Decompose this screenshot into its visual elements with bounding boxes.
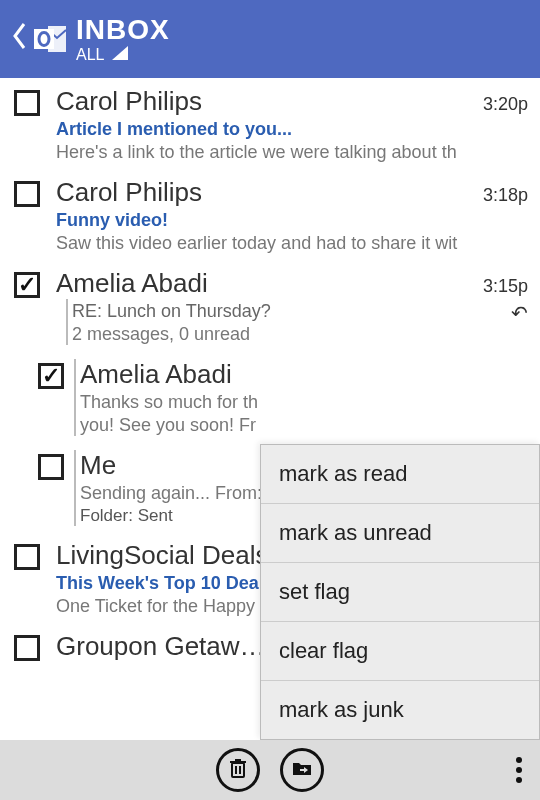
- sender-label: Amelia Abadi: [56, 268, 208, 299]
- filter-label[interactable]: ALL: [76, 46, 104, 64]
- menu-clear-flag[interactable]: clear flag: [261, 622, 539, 681]
- time-label: 3:15p: [483, 276, 528, 297]
- reply-icon: ↶: [511, 301, 528, 345]
- subject-label: RE: Lunch on Thursday?: [72, 301, 511, 322]
- message-row[interactable]: Carol Philips 3:20p Article I mentioned …: [0, 78, 540, 169]
- back-icon[interactable]: [8, 22, 30, 57]
- move-button[interactable]: [280, 748, 324, 792]
- sender-label: Carol Philips: [56, 177, 202, 208]
- overflow-menu-button[interactable]: [516, 757, 522, 783]
- menu-mark-as-unread[interactable]: mark as unread: [261, 504, 539, 563]
- svg-rect-4: [232, 763, 244, 777]
- preview-label: you! See you soon! Fr: [80, 415, 528, 436]
- sender-label: Me: [80, 450, 116, 481]
- menu-set-flag[interactable]: set flag: [261, 563, 539, 622]
- checkbox[interactable]: [14, 90, 40, 116]
- time-label: 3:18p: [483, 185, 528, 206]
- subject-label: Article I mentioned to you...: [56, 119, 528, 140]
- menu-mark-as-read[interactable]: mark as read: [261, 445, 539, 504]
- checkbox[interactable]: [14, 635, 40, 661]
- inbox-title: INBOX: [76, 15, 170, 46]
- preview-label: Saw this video earlier today and had to …: [56, 233, 528, 254]
- checkbox[interactable]: [38, 363, 64, 389]
- folder-move-icon: [291, 759, 313, 781]
- sender-label: LivingSocial Deals: [56, 540, 268, 571]
- checkbox[interactable]: [14, 181, 40, 207]
- sender-label: Amelia Abadi: [80, 359, 232, 390]
- svg-marker-3: [112, 46, 128, 60]
- app-header: INBOX ALL: [0, 0, 540, 78]
- sender-label: Carol Philips: [56, 86, 202, 117]
- menu-mark-as-junk[interactable]: mark as junk: [261, 681, 539, 739]
- subject-label: Funny video!: [56, 210, 528, 231]
- outlook-logo-icon: [32, 20, 70, 58]
- header-text: INBOX ALL: [76, 15, 170, 63]
- preview-label: Here's a link to the article we were tal…: [56, 142, 528, 163]
- context-menu: mark as read mark as unread set flag cle…: [260, 444, 540, 740]
- message-row[interactable]: Carol Philips 3:18p Funny video! Saw thi…: [0, 169, 540, 260]
- checkbox[interactable]: [14, 544, 40, 570]
- signal-icon: [112, 46, 128, 64]
- time-label: 3:20p: [483, 94, 528, 115]
- preview-label: Thanks so much for th: [80, 392, 528, 413]
- bottom-toolbar: [0, 740, 540, 800]
- preview-label: 2 messages, 0 unread: [72, 324, 511, 345]
- delete-button[interactable]: [216, 748, 260, 792]
- message-row[interactable]: Amelia Abadi Thanks so much for th you! …: [0, 351, 540, 442]
- trash-icon: [228, 757, 248, 783]
- message-list: Carol Philips 3:20p Article I mentioned …: [0, 78, 540, 740]
- checkbox[interactable]: [38, 454, 64, 480]
- sender-label: Groupon Getaways: [56, 631, 276, 662]
- checkbox[interactable]: [14, 272, 40, 298]
- message-row[interactable]: Amelia Abadi 3:15p RE: Lunch on Thursday…: [0, 260, 540, 351]
